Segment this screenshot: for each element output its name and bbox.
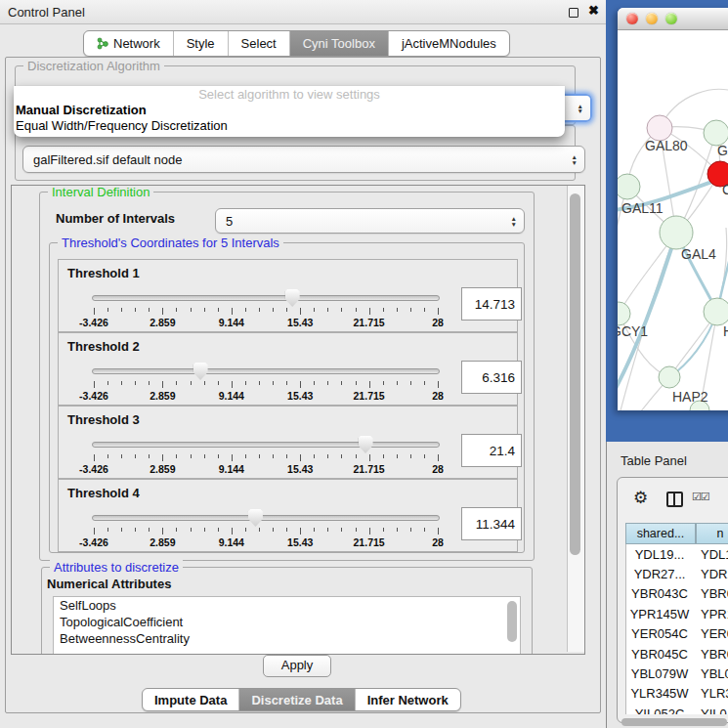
attribute-item-betweennesscentrality[interactable]: BetweennessCentrality <box>54 630 520 647</box>
numerical-attributes-list[interactable]: SelfLoopsTopologicalCoefficientBetweenne… <box>53 596 521 655</box>
right-node[interactable] <box>704 298 728 325</box>
slider-scale-label: -3.426 <box>79 317 108 328</box>
threshold-2-value-field[interactable]: 6.316 <box>461 361 522 394</box>
threshold-3-slider[interactable]: -3.4262.8599.14415.4321.71528 <box>92 436 440 477</box>
slider-scale-label: 2.859 <box>150 390 175 402</box>
threshold-panel-2: Threshold 2 -3.4262.8599.14415.4321.7152… <box>58 332 518 406</box>
slider-track[interactable] <box>92 442 440 448</box>
tab-jactivemnodules[interactable]: jActiveMNodules <box>388 31 509 56</box>
close-icon[interactable]: ✖ <box>588 3 599 18</box>
threshold-label: Threshold 3 <box>67 412 140 427</box>
cell-shared-name: YDL19... <box>626 547 693 562</box>
slider-scale-label: 9.144 <box>219 463 244 475</box>
table-row[interactable]: YLR345WYLR3 <box>626 684 728 704</box>
slider-scale-label: 15.43 <box>287 390 313 402</box>
gal4-node[interactable] <box>660 216 693 249</box>
tab-cyni-toolbox[interactable]: Cyni Toolbox <box>289 31 388 56</box>
cyni-toolbox-panel: Discretization Algorithm ▲▼ Select algor… <box>5 57 601 713</box>
threshold-panel-3: Threshold 3 -3.4262.8599.14415.4321.7152… <box>58 406 518 479</box>
tab-label: Select <box>241 31 277 56</box>
threshold-4-value-field[interactable]: 11.344 <box>461 507 522 540</box>
dropdown-item-manual-discretization[interactable]: Manual Discretization <box>14 103 565 118</box>
threshold-2-slider[interactable]: -3.4262.8599.14415.4321.71528 <box>92 363 440 404</box>
table-row[interactable]: YPR145WYPR1 <box>626 604 728 623</box>
column-header-shared[interactable]: shared... <box>625 523 696 544</box>
cell-name: YDR2 <box>693 567 728 581</box>
tab-discretize-data[interactable]: Discretize Data <box>238 689 354 710</box>
column-header-n[interactable]: n <box>696 523 728 544</box>
tab-impute-data[interactable]: Impute Data <box>143 689 238 710</box>
group-title: Interval Definition <box>48 185 153 199</box>
tab-label: Infer Network <box>367 693 449 707</box>
table-row[interactable]: YIL052CYIL0 <box>626 704 728 714</box>
threshold-1-value-field[interactable]: 14.713 <box>461 287 522 321</box>
table-panel-body: ⚙ ☑☑ shared...n YDL19...YDL1YDR27...YDR2… <box>617 477 728 723</box>
tab-network[interactable]: Network <box>84 31 173 56</box>
cell-shared-name: YLR345W <box>626 686 693 701</box>
vertical-scrollbar[interactable] <box>567 186 584 652</box>
horizontal-scrollbar[interactable] <box>621 718 727 726</box>
table-row[interactable]: YDL19...YDL1 <box>626 544 728 564</box>
table-row[interactable]: YDR27...YDR2 <box>626 564 728 583</box>
cell-shared-name: YBR045C <box>626 647 693 662</box>
tab-label: jActiveMNodules <box>402 31 496 56</box>
network-canvas[interactable]: GAL80GACGAL11GAL4GCY1HHAP2 <box>618 30 728 410</box>
threshold-panel-4: Threshold 4 -3.4262.8599.14415.4321.7152… <box>58 479 518 552</box>
table-row[interactable]: YBL079WYBL0 <box>626 664 728 683</box>
window-title: Control Panel <box>8 5 85 20</box>
attribute-item-topologicalcoefficient[interactable]: TopologicalCoefficient <box>54 614 520 630</box>
slider-scale-label: 9.144 <box>219 536 244 548</box>
slider-thumb[interactable] <box>248 509 263 527</box>
dropdown-item-equal-width-frequency[interactable]: Equal Width/Frequency Discretization <box>14 118 565 134</box>
tab-select[interactable]: Select <box>228 31 289 56</box>
tab-label: Cyni Toolbox <box>303 31 375 56</box>
threshold-coordinates-group: Threshold's Coordinates for 5 Intervals … <box>49 242 525 553</box>
threshold-1-slider[interactable]: -3.4262.8599.14415.4321.71528 <box>92 289 440 330</box>
hap2-node[interactable] <box>659 366 680 388</box>
table-row[interactable]: YER054CYER0 <box>626 624 728 644</box>
scrollbar-thumb[interactable] <box>570 193 580 555</box>
table-rows: YDL19...YDL1YDR27...YDR2YBR043CYBR0YPR14… <box>625 544 728 714</box>
number-of-intervals-combobox[interactable]: 5 ▲▼ <box>215 208 525 234</box>
close-traffic-light[interactable] <box>626 13 638 24</box>
tab-label: Discretize Data <box>251 693 342 707</box>
cell-shared-name: YBR043C <box>626 586 693 601</box>
control-panel-titlebar[interactable]: Control Panel ✖ <box>0 0 606 24</box>
table-row[interactable]: YBR043CYBR0 <box>626 584 728 604</box>
float-window-icon[interactable] <box>569 8 578 18</box>
network-graph[interactable]: GAL80GACGAL11GAL4GCY1HHAP2 <box>618 30 728 410</box>
cell-name: YBR0 <box>693 586 728 601</box>
threshold-4-slider[interactable]: -3.4262.8599.14415.4321.71528 <box>92 509 440 550</box>
slider-scale-label: -3.426 <box>79 390 108 402</box>
threshold-3-value-field[interactable]: 21.4 <box>461 434 522 467</box>
table-row[interactable]: YBR045CYBR0 <box>626 644 728 664</box>
bottom-tab-bar: Impute DataDiscretize DataInfer Network <box>142 688 461 711</box>
gcy1-node[interactable] <box>618 302 630 325</box>
slider-track[interactable] <box>92 295 440 301</box>
slider-track[interactable] <box>92 515 440 521</box>
slider-thumb[interactable] <box>193 363 208 380</box>
network-window-titlebar[interactable] <box>618 8 728 30</box>
gear-icon[interactable]: ⚙ <box>633 488 648 508</box>
list-scrollbar[interactable] <box>507 601 517 642</box>
apply-button[interactable]: Apply <box>263 655 331 677</box>
minimize-traffic-light[interactable] <box>646 13 658 24</box>
slider-scale-label: 15.43 <box>287 317 313 328</box>
select-columns-icon[interactable]: ☑☑ <box>692 491 709 503</box>
zoom-traffic-light[interactable] <box>665 13 677 24</box>
tab-label: Impute Data <box>154 693 227 707</box>
table-data-combobox[interactable]: galFiltered.sif default node ▲▼ <box>22 146 585 173</box>
slider-scale-label: -3.426 <box>79 536 108 548</box>
slider-scale-label: 21.715 <box>354 536 385 548</box>
slider-track[interactable] <box>92 368 440 374</box>
slider-thumb[interactable] <box>285 289 300 307</box>
gal11-node[interactable] <box>618 174 640 199</box>
node-label-gal11: GAL11 <box>621 200 664 216</box>
tab-infer-network[interactable]: Infer Network <box>355 689 460 710</box>
slider-thumb[interactable] <box>359 436 373 453</box>
attribute-item-selfloops[interactable]: SelfLoops <box>54 597 520 614</box>
slider-scale-label: 15.43 <box>287 463 313 475</box>
column-layout-icon[interactable] <box>666 492 683 507</box>
threshold-label: Threshold 2 <box>67 339 140 354</box>
tab-style[interactable]: Style <box>173 31 228 56</box>
